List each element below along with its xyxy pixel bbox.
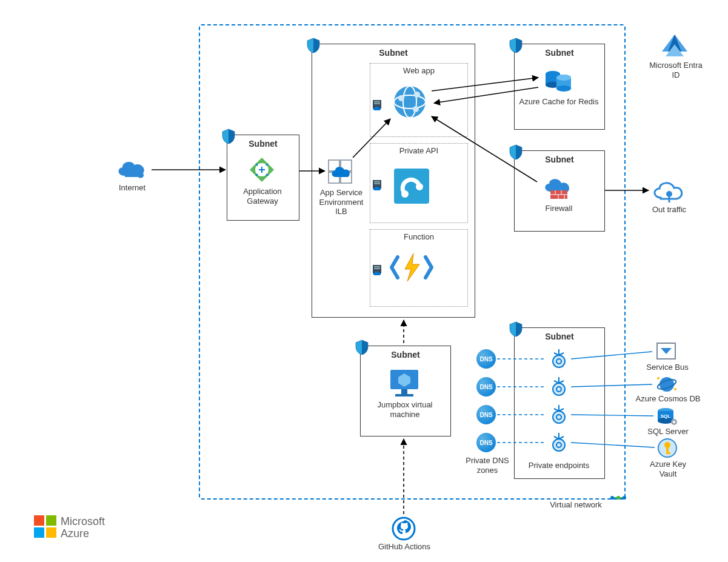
svg-line-79 xyxy=(432,116,537,182)
svg-line-78 xyxy=(434,87,538,103)
svg-line-76 xyxy=(353,119,390,158)
svg-line-88 xyxy=(571,384,652,387)
svg-line-87 xyxy=(571,352,652,359)
svg-line-89 xyxy=(571,415,653,416)
svg-line-77 xyxy=(432,78,538,91)
svg-line-90 xyxy=(571,443,655,447)
connectors-layer xyxy=(0,0,728,562)
